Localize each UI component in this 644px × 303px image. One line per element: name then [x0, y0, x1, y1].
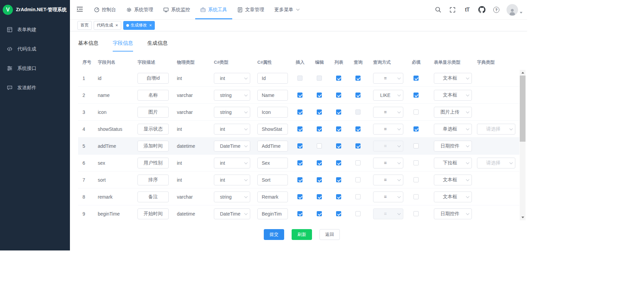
csharp-type-select[interactable]: int: [214, 73, 250, 84]
query-type-select[interactable]: =: [373, 73, 403, 84]
insert-checkbox[interactable]: [297, 160, 302, 165]
sidebar-toggle-button[interactable]: [74, 4, 86, 16]
fullscreen-icon[interactable]: [448, 5, 457, 14]
csharp-type-select[interactable]: int: [214, 175, 250, 185]
sidebar-item-system-api[interactable]: 系统接口: [0, 59, 70, 78]
query-checkbox[interactable]: [355, 211, 361, 216]
nav-item-article-management[interactable]: 文章管理: [232, 0, 269, 19]
list-checkbox[interactable]: [336, 76, 341, 81]
list-checkbox[interactable]: [336, 211, 341, 216]
display-type-select[interactable]: 文本框: [434, 175, 472, 185]
query-type-select[interactable]: =: [373, 124, 403, 135]
field-description-input[interactable]: [137, 124, 169, 135]
edit-checkbox[interactable]: [317, 93, 322, 98]
field-description-input[interactable]: [137, 90, 169, 101]
field-description-input[interactable]: [137, 73, 169, 84]
sidebar-item-send-mail[interactable]: 发送邮件: [0, 78, 70, 97]
display-type-select[interactable]: 下拉框: [434, 158, 472, 168]
csharp-property-input[interactable]: [257, 191, 288, 202]
csharp-type-select[interactable]: DateTime: [214, 141, 250, 152]
list-checkbox[interactable]: [336, 93, 341, 98]
field-description-input[interactable]: [137, 191, 169, 202]
display-type-select[interactable]: 文本框: [434, 73, 472, 84]
csharp-property-input[interactable]: [257, 73, 288, 84]
query-type-select[interactable]: =: [373, 175, 403, 185]
query-checkbox[interactable]: [355, 194, 361, 199]
csharp-type-select[interactable]: string: [214, 90, 250, 101]
csharp-type-select[interactable]: string: [214, 191, 250, 202]
display-type-select[interactable]: 单选框: [434, 124, 472, 135]
edit-checkbox[interactable]: [317, 177, 322, 182]
display-type-select[interactable]: 图片上传: [434, 107, 472, 118]
nav-item-system-tools[interactable]: 系统工具: [195, 0, 232, 19]
field-description-input[interactable]: [137, 107, 169, 118]
vertical-scrollbar[interactable]: [520, 70, 526, 220]
required-checkbox[interactable]: [413, 126, 419, 132]
close-icon[interactable]: ×: [115, 23, 118, 27]
query-checkbox[interactable]: [355, 126, 361, 132]
list-checkbox[interactable]: [336, 126, 341, 132]
required-checkbox[interactable]: [413, 194, 419, 199]
tag-generate-edit[interactable]: 生成修改 ×: [123, 21, 155, 30]
sidebar-item-form-build[interactable]: 表单构建: [0, 20, 70, 39]
display-type-select[interactable]: 文本框: [434, 191, 472, 202]
insert-checkbox[interactable]: [297, 211, 302, 216]
tab-field-info[interactable]: 字段信息: [113, 38, 133, 52]
dict-type-select[interactable]: 请选择: [477, 158, 515, 168]
csharp-type-select[interactable]: int: [214, 158, 250, 168]
display-type-select[interactable]: 日期控件: [434, 141, 472, 152]
csharp-property-input[interactable]: [257, 158, 288, 168]
query-type-select[interactable]: LIKE: [373, 90, 403, 101]
required-checkbox[interactable]: [413, 160, 419, 165]
nav-item-more-menu[interactable]: 更多菜单: [269, 0, 304, 19]
insert-checkbox[interactable]: [297, 93, 302, 98]
required-checkbox[interactable]: [413, 211, 419, 216]
csharp-property-input[interactable]: [257, 90, 288, 101]
required-checkbox[interactable]: [413, 109, 419, 115]
required-checkbox[interactable]: [413, 143, 419, 148]
list-checkbox[interactable]: [336, 194, 341, 199]
submit-button[interactable]: 提交: [264, 229, 284, 240]
csharp-property-input[interactable]: [257, 175, 288, 185]
dict-type-select[interactable]: 请选择: [477, 124, 515, 135]
insert-checkbox[interactable]: [297, 109, 302, 115]
sidebar-item-code-generation[interactable]: 代码生成: [0, 39, 70, 59]
tag-home[interactable]: 首页: [77, 21, 92, 30]
csharp-type-select[interactable]: DateTime: [214, 208, 250, 219]
nav-item-system-monitor[interactable]: 系统监控: [158, 0, 195, 19]
required-checkbox[interactable]: [413, 177, 419, 182]
insert-checkbox[interactable]: [297, 126, 302, 132]
nav-item-system-management[interactable]: 系统管理: [121, 0, 158, 19]
csharp-property-input[interactable]: [257, 124, 288, 135]
edit-checkbox[interactable]: [317, 126, 322, 132]
tab-generate-info[interactable]: 生成信息: [147, 38, 168, 52]
edit-checkbox[interactable]: [317, 109, 322, 115]
field-description-input[interactable]: [137, 141, 169, 152]
display-type-select[interactable]: 日期控件: [434, 208, 472, 219]
csharp-property-input[interactable]: [257, 107, 288, 118]
scrollbar-thumb[interactable]: [520, 76, 526, 142]
insert-checkbox[interactable]: [297, 177, 302, 182]
refresh-button[interactable]: 刷新: [292, 229, 312, 240]
query-type-select[interactable]: =: [373, 158, 403, 168]
list-checkbox[interactable]: [336, 177, 341, 182]
insert-checkbox[interactable]: [297, 143, 302, 148]
query-type-select[interactable]: =: [373, 107, 403, 118]
csharp-type-select[interactable]: int: [214, 124, 250, 135]
github-icon[interactable]: [477, 5, 486, 14]
font-size-icon[interactable]: tT: [463, 5, 472, 14]
list-checkbox[interactable]: [336, 160, 341, 165]
user-avatar[interactable]: [507, 4, 522, 16]
edit-checkbox[interactable]: [317, 194, 322, 199]
back-button[interactable]: 返回: [319, 229, 340, 240]
required-checkbox[interactable]: [413, 93, 419, 98]
edit-checkbox[interactable]: [317, 143, 322, 148]
nav-item-console[interactable]: 控制台: [89, 0, 121, 19]
scroll-down-button[interactable]: [520, 215, 526, 220]
field-description-input[interactable]: [137, 175, 169, 185]
help-icon[interactable]: ?: [492, 5, 501, 14]
list-checkbox[interactable]: [336, 143, 341, 148]
required-checkbox[interactable]: [413, 76, 419, 81]
query-checkbox[interactable]: [355, 76, 361, 81]
tab-basic-info[interactable]: 基本信息: [78, 38, 98, 52]
